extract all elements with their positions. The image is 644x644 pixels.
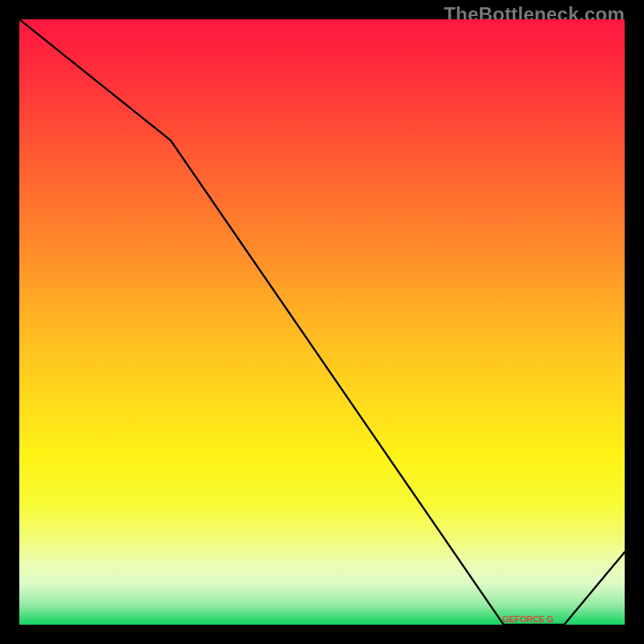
curve-path: [19, 19, 625, 625]
bottleneck-curve: [19, 19, 625, 625]
chart-frame: TheBottleneck.com GEFORCE G: [0, 0, 644, 644]
plot-area: GEFORCE G: [19, 19, 625, 625]
overlay-label: GEFORCE G: [502, 614, 553, 624]
